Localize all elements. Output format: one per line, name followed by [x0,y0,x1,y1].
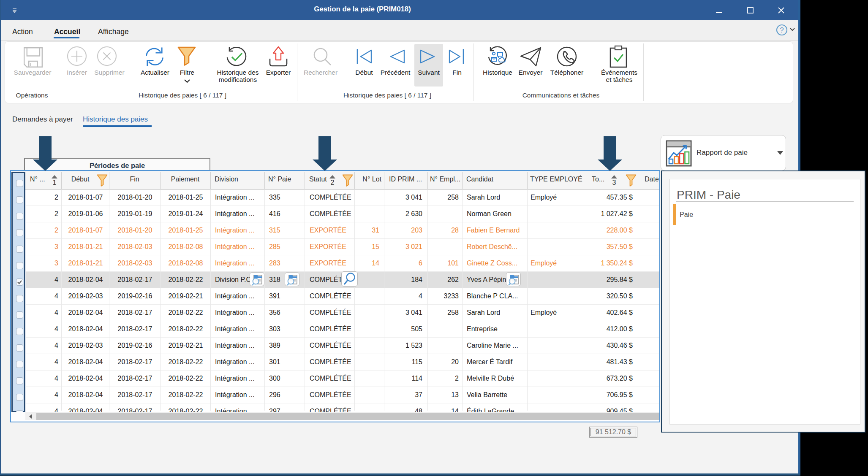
svg-text:?: ? [780,27,784,34]
